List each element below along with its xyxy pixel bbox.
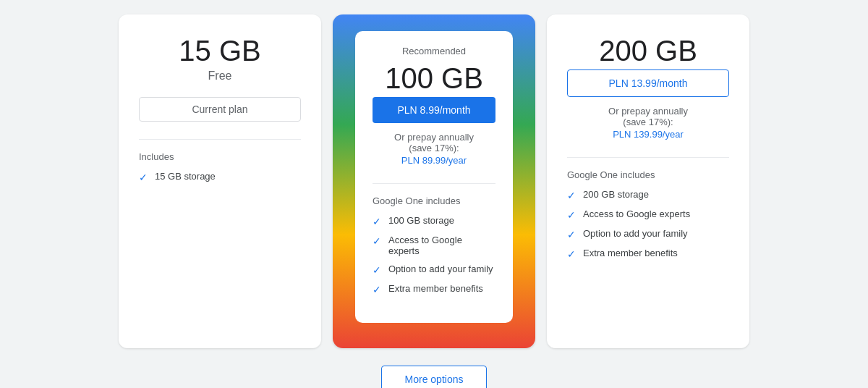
free-storage: 15 GB [179,35,260,67]
list-item: ✓ Access to Google experts [567,208,729,221]
feature-text: Access to Google experts [583,208,690,219]
check-icon: ✓ [139,172,148,183]
check-icon: ✓ [567,209,576,221]
prepay-text-100gb: Or prepay annually(save 17%): [394,132,474,153]
100gb-feature-list: ✓ 100 GB storage ✓ Access to Google expe… [373,215,495,303]
prepay-text-200gb: Or prepay annually(save 17%): [608,106,688,127]
check-icon: ✓ [567,190,576,201]
check-icon: ✓ [373,216,381,227]
feature-text: 200 GB storage [583,189,649,200]
free-feature-list: ✓ 15 GB storage [139,171,301,190]
feature-text: Option to add your family [388,263,493,274]
feature-text: 15 GB storage [155,171,216,182]
100gb-divider [373,183,495,184]
200gb-includes-label: Google One includes [567,169,655,180]
200gb-feature-list: ✓ 200 GB storage ✓ Access to Google expe… [567,189,729,267]
200gb-divider [567,157,729,158]
check-icon: ✓ [567,248,576,260]
free-card-inner: 15 GB Free Current plan Includes ✓ 15 GB… [139,35,301,190]
prepay-price-100gb: PLN 89.99/year [401,155,467,166]
check-icon: ✓ [373,284,381,295]
free-includes-label: Includes [139,151,174,162]
feature-text: Access to Google experts [388,235,495,256]
recommended-card-inner: Recommended 100 GB PLN 8.99/month Or pre… [355,31,513,323]
check-icon: ✓ [567,229,576,240]
free-price-label: Free [208,69,232,83]
subscribe-100gb-button[interactable]: PLN 8.99/month [373,97,495,123]
more-options-container: More options [381,366,488,388]
plans-container: 15 GB Free Current plan Includes ✓ 15 GB… [109,14,760,348]
list-item: ✓ Option to add your family [567,228,729,240]
large-card-inner: 200 GB PLN 13.99/month Or prepay annuall… [567,35,729,267]
list-item: ✓ 100 GB storage [373,215,495,227]
feature-text: Extra member benefits [388,283,483,294]
feature-text: Option to add your family [583,228,688,239]
list-item: ✓ Option to add your family [373,263,495,276]
list-item: ✓ 15 GB storage [139,171,301,183]
check-icon: ✓ [373,235,381,247]
current-plan-button[interactable]: Current plan [139,97,301,122]
free-divider [139,139,301,140]
list-item: ✓ Extra member benefits [567,248,729,260]
prepay-price-200gb: PLN 139.99/year [613,129,684,140]
list-item: ✓ 200 GB storage [567,189,729,201]
200gb-storage: 200 GB [599,35,697,67]
subscribe-200gb-button[interactable]: PLN 13.99/month [567,69,729,97]
feature-text: Extra member benefits [583,248,678,258]
100gb-includes-label: Google One includes [373,195,460,206]
list-item: ✓ Access to Google experts [373,235,495,256]
plan-card-free: 15 GB Free Current plan Includes ✓ 15 GB… [119,14,321,348]
plans-wrapper: 15 GB Free Current plan Includes ✓ 15 GB… [14,14,854,388]
plan-card-100gb: Recommended 100 GB PLN 8.99/month Or pre… [333,14,535,348]
plan-card-200gb: 200 GB PLN 13.99/month Or prepay annuall… [547,14,749,348]
more-options-button[interactable]: More options [381,366,488,388]
list-item: ✓ Extra member benefits [373,283,495,295]
recommended-label: Recommended [402,46,466,56]
100gb-storage: 100 GB [385,62,483,94]
feature-text: 100 GB storage [388,215,454,226]
check-icon: ✓ [373,264,381,276]
